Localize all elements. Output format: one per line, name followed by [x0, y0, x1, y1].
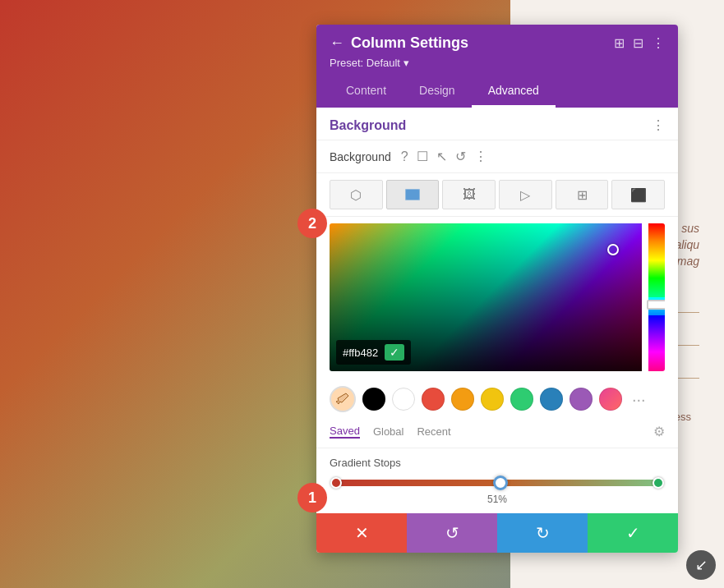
- hex-confirm-icon[interactable]: ✓: [385, 344, 404, 361]
- swatch-settings-icon[interactable]: ⚙: [653, 424, 665, 439]
- gradient-percent: 51%: [330, 494, 665, 505]
- background-controls: Background ? ☐ ↖ ↺ ⋮: [316, 140, 678, 173]
- panel-footer: ✕ ↺ ↻ ✓: [316, 513, 678, 553]
- hue-slider[interactable]: [648, 223, 665, 371]
- gradient-stop-left[interactable]: [330, 477, 342, 489]
- swatch-green[interactable]: [510, 388, 533, 411]
- tab-content[interactable]: Content: [330, 76, 403, 108]
- swatch-pink[interactable]: [599, 388, 622, 411]
- panel-tabs: Content Design Advanced: [316, 76, 678, 108]
- swatch-tab-recent[interactable]: Recent: [417, 425, 450, 438]
- color-swatches: ···: [316, 378, 678, 420]
- badge-1: 1: [297, 483, 327, 512]
- right-text-2: aliqu: [675, 238, 699, 251]
- color-picker[interactable]: #ffb482 ✓: [330, 223, 665, 371]
- hex-value[interactable]: #ffb482: [343, 347, 378, 359]
- eyedropper-btn[interactable]: [330, 386, 356, 412]
- background-label: Background: [330, 150, 391, 163]
- bg-control-icons: ? ☐ ↖ ↺ ⋮: [401, 149, 487, 164]
- badge-2: 2: [297, 209, 327, 238]
- section-more-icon[interactable]: ⋮: [652, 117, 665, 133]
- more-swatches-btn[interactable]: ···: [629, 390, 649, 409]
- right-text-3: imag: [675, 255, 699, 268]
- panel-header-icons: ⊞ ⊟ ⋮: [614, 35, 665, 51]
- help-icon[interactable]: ?: [401, 149, 408, 164]
- help-bottom-icon[interactable]: ↙: [686, 550, 716, 580]
- reset-icon[interactable]: ↺: [455, 149, 466, 164]
- swatch-purple[interactable]: [570, 388, 593, 411]
- preset-selector[interactable]: Preset: Default ▾: [330, 57, 665, 69]
- background-type-selector: ⬡ 🖼 ▷ ⊞ ⬛: [316, 173, 678, 217]
- type-color-btn[interactable]: [386, 180, 440, 209]
- type-mask-btn[interactable]: ⬛: [611, 180, 665, 209]
- swatch-tab-global[interactable]: Global: [373, 425, 404, 438]
- panel-title-left: ← Column Settings: [330, 34, 468, 52]
- type-video-btn[interactable]: ▷: [499, 180, 552, 209]
- desktop-icon[interactable]: ☐: [417, 149, 428, 164]
- svg-rect-1: [406, 190, 419, 200]
- tab-design[interactable]: Design: [403, 76, 472, 108]
- undo-button[interactable]: ↺: [407, 513, 497, 553]
- swatch-blue[interactable]: [540, 388, 563, 411]
- preset-label: Preset: Default: [330, 57, 400, 69]
- spectrum-thumb[interactable]: [607, 244, 619, 255]
- swatch-yellow[interactable]: [481, 388, 504, 411]
- column-settings-panel: ← Column Settings ⊞ ⊟ ⋮ Preset: Default …: [316, 25, 678, 553]
- gradient-stops-label: Gradient Stops: [330, 457, 665, 469]
- preset-arrow-icon: ▾: [404, 57, 409, 69]
- cursor-icon[interactable]: ↖: [436, 149, 447, 164]
- cancel-button[interactable]: ✕: [316, 513, 407, 553]
- layout-icon[interactable]: ⊟: [633, 35, 643, 51]
- swatch-red[interactable]: [422, 388, 445, 411]
- back-arrow-icon[interactable]: ←: [330, 34, 344, 52]
- type-none-btn[interactable]: ⬡: [330, 180, 383, 209]
- hex-input-row: #ffb482 ✓: [336, 340, 411, 365]
- swatch-white[interactable]: [392, 388, 415, 411]
- swatch-tabs: Saved Global Recent ⚙: [316, 420, 678, 448]
- type-pattern-btn[interactable]: ⊞: [556, 180, 609, 209]
- tab-advanced[interactable]: Advanced: [472, 76, 556, 108]
- panel-title-row: ← Column Settings ⊞ ⊟ ⋮: [330, 34, 665, 52]
- options-icon[interactable]: ⋮: [474, 149, 487, 164]
- background-section-title: Background: [330, 118, 406, 133]
- more-icon[interactable]: ⋮: [652, 35, 665, 51]
- expand-icon[interactable]: ⊞: [614, 35, 625, 51]
- gradient-stop-center[interactable]: [493, 475, 508, 490]
- swatch-orange[interactable]: [451, 388, 474, 411]
- swatch-tab-saved[interactable]: Saved: [330, 425, 360, 439]
- type-image-btn[interactable]: 🖼: [442, 180, 496, 209]
- background-section-header: Background ⋮: [316, 108, 678, 140]
- gradient-slider[interactable]: [336, 477, 658, 489]
- confirm-button[interactable]: ✓: [588, 513, 678, 553]
- redo-button[interactable]: ↻: [497, 513, 588, 553]
- hue-thumb[interactable]: [647, 300, 665, 310]
- gradient-stops-section: Gradient Stops 51%: [316, 448, 678, 513]
- hex-badge: #ffb482 ✓: [336, 340, 411, 365]
- panel-title: Column Settings: [351, 34, 468, 52]
- panel-body: Background ⋮ Background ? ☐ ↖ ↺ ⋮ ⬡: [316, 108, 678, 513]
- gradient-stop-right[interactable]: [653, 477, 664, 489]
- panel-header: ← Column Settings ⊞ ⊟ ⋮ Preset: Default …: [316, 25, 678, 76]
- swatch-black[interactable]: [362, 388, 385, 411]
